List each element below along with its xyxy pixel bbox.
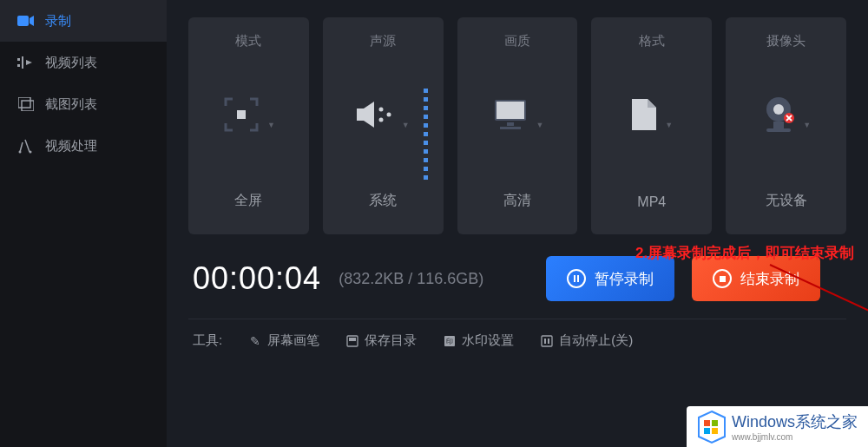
pen-icon: ✎	[248, 334, 262, 348]
toolbar: 工具: ✎ 屏幕画笔 保存目录 印 水印设置 自动	[188, 319, 846, 362]
card-mode[interactable]: 模式 ▼ 全屏	[188, 17, 309, 234]
stop-icon	[713, 269, 732, 288]
card-title: 格式	[639, 33, 665, 49]
card-title: 摄像头	[766, 33, 806, 49]
svg-rect-15	[500, 127, 521, 129]
card-value: 系统	[369, 192, 397, 210]
svg-rect-14	[507, 122, 514, 126]
svg-point-9	[378, 108, 383, 112]
sidebar-item-label: 录制	[45, 13, 71, 30]
sidebar-item-record[interactable]: 录制	[0, 0, 167, 42]
settings-cards: 模式 ▼ 全屏 声源	[188, 17, 846, 234]
svg-rect-2	[17, 64, 20, 67]
chevron-down-icon: ▼	[402, 121, 410, 129]
svg-point-6	[19, 151, 22, 154]
watermark-url: www.bjjmlv.com	[732, 432, 858, 442]
video-edit-icon	[17, 137, 35, 154]
camera-record-icon	[17, 12, 35, 30]
toolbar-label: 工具:	[193, 332, 222, 349]
chevron-down-icon: ▼	[267, 121, 275, 129]
file-icon	[630, 97, 658, 132]
card-value: 全屏	[234, 192, 262, 210]
svg-rect-3	[22, 56, 23, 69]
chevron-down-icon: ▼	[803, 121, 811, 129]
video-list-icon	[17, 54, 35, 71]
chevron-down-icon: ▼	[665, 121, 673, 129]
toolbar-pen[interactable]: ✎ 屏幕画笔	[248, 332, 319, 349]
toolbar-item-label: 自动停止(关)	[559, 332, 633, 349]
svg-point-7	[30, 151, 32, 154]
webcam-disabled-icon	[761, 95, 796, 134]
screenshot-list-icon	[17, 95, 35, 113]
svg-text:印: 印	[446, 338, 453, 345]
svg-rect-8	[237, 110, 246, 119]
watermark-icon: 印	[443, 334, 457, 348]
sidebar-item-screenshot-list[interactable]: 截图列表	[0, 83, 167, 125]
toolbar-auto-stop[interactable]: 自动停止(关)	[540, 332, 633, 349]
toolbar-item-label: 屏幕画笔	[267, 332, 319, 349]
svg-rect-5	[22, 101, 34, 111]
card-title: 模式	[235, 33, 261, 49]
toolbar-save-dir[interactable]: 保存目录	[345, 332, 417, 349]
svg-rect-13	[496, 102, 524, 119]
windows-logo-icon	[697, 412, 727, 442]
svg-point-11	[386, 113, 391, 117]
auto-stop-icon	[540, 334, 554, 348]
volume-level-icon	[424, 89, 428, 180]
stop-button[interactable]: 结束录制	[692, 256, 820, 301]
svg-rect-29	[712, 420, 718, 426]
toolbar-item-label: 水印设置	[462, 332, 514, 349]
svg-rect-4	[18, 97, 30, 108]
save-icon	[345, 334, 359, 348]
svg-rect-1	[17, 58, 20, 61]
svg-rect-27	[548, 339, 549, 344]
svg-rect-26	[544, 339, 546, 344]
brand-watermark: Windows系统之家 www.bjjmlv.com	[687, 406, 868, 447]
sidebar-item-label: 截图列表	[45, 96, 97, 113]
sidebar-item-label: 视频列表	[45, 55, 97, 71]
svg-rect-25	[542, 336, 552, 346]
svg-rect-28	[704, 420, 710, 426]
card-value: MP4	[637, 194, 666, 210]
svg-rect-30	[704, 428, 710, 434]
pause-icon	[567, 269, 586, 288]
pause-button[interactable]: 暂停录制	[546, 256, 674, 301]
svg-rect-22	[349, 338, 356, 341]
main-content: 模式 ▼ 全屏 声源	[167, 0, 868, 447]
button-label: 暂停录制	[595, 269, 654, 289]
file-size: (832.2KB / 116.6GB)	[339, 270, 483, 288]
card-format[interactable]: 格式 ▼ MP4	[591, 17, 712, 234]
card-title: 声源	[370, 33, 396, 49]
card-camera[interactable]: 摄像头 ▼ 无设备	[726, 17, 846, 234]
sidebar-item-video-list[interactable]: 视频列表	[0, 42, 167, 83]
toolbar-item-label: 保存目录	[365, 332, 417, 349]
svg-point-10	[378, 118, 383, 122]
recording-timer: 00:00:04	[193, 260, 321, 297]
card-quality[interactable]: 画质 ▼ 高清	[457, 17, 578, 234]
watermark-title: Windows系统之家	[732, 413, 858, 431]
sidebar: 录制 视频列表 截图列表 视频处理	[0, 0, 167, 447]
svg-rect-0	[17, 16, 29, 26]
card-audio[interactable]: 声源 ▼ 系统	[323, 17, 444, 234]
sidebar-item-video-edit[interactable]: 视频处理	[0, 125, 167, 167]
card-value: 高清	[503, 192, 531, 210]
svg-point-17	[773, 104, 784, 115]
card-title: 画质	[504, 33, 530, 49]
svg-rect-18	[773, 122, 784, 128]
button-label: 结束录制	[740, 269, 799, 289]
svg-rect-19	[766, 128, 791, 132]
chevron-down-icon: ▼	[536, 121, 544, 129]
toolbar-watermark[interactable]: 印 水印设置	[443, 332, 514, 349]
timer-row: 00:00:04 (832.2KB / 116.6GB) 暂停录制 结束录制	[188, 260, 846, 297]
speaker-icon	[357, 100, 395, 129]
monitor-icon	[491, 98, 529, 131]
sidebar-item-label: 视频处理	[45, 138, 97, 154]
fullscreen-icon	[222, 95, 260, 134]
svg-rect-31	[712, 428, 718, 434]
card-value: 无设备	[766, 192, 807, 210]
